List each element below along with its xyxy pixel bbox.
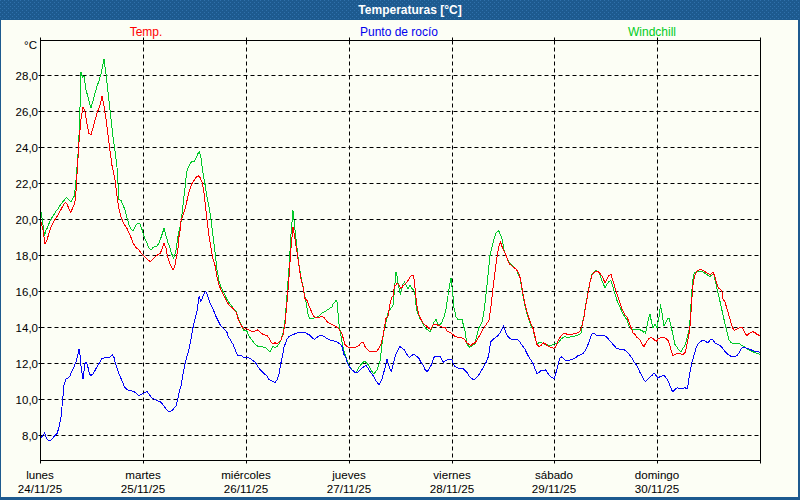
svg-text:26/11/25: 26/11/25 xyxy=(224,482,268,495)
svg-text:26,0: 26,0 xyxy=(16,106,38,118)
svg-text:14,0: 14,0 xyxy=(16,322,38,334)
svg-text:viernes: viernes xyxy=(433,468,471,481)
svg-text:lunes: lunes xyxy=(26,468,54,481)
svg-text:27/11/25: 27/11/25 xyxy=(327,482,371,495)
svg-text:28,0: 28,0 xyxy=(16,70,38,82)
svg-text:24/11/25: 24/11/25 xyxy=(18,482,62,495)
svg-text:°C: °C xyxy=(24,39,37,51)
svg-text:jueves: jueves xyxy=(331,468,366,481)
svg-text:28/11/25: 28/11/25 xyxy=(430,482,474,495)
svg-text:10,0: 10,0 xyxy=(16,394,38,406)
svg-text:sábado: sábado xyxy=(535,468,573,481)
svg-text:29/11/25: 29/11/25 xyxy=(532,482,576,495)
svg-text:Punto de rocío: Punto de rocío xyxy=(360,25,438,39)
svg-text:12,0: 12,0 xyxy=(16,358,38,370)
svg-text:24,0: 24,0 xyxy=(16,142,38,154)
svg-text:Temperaturas [°C]: Temperaturas [°C] xyxy=(358,3,461,17)
svg-text:18,0: 18,0 xyxy=(16,250,38,262)
svg-text:20,0: 20,0 xyxy=(16,214,38,226)
svg-text:8,0: 8,0 xyxy=(22,430,38,442)
svg-text:domingo: domingo xyxy=(635,468,679,481)
svg-text:25/11/25: 25/11/25 xyxy=(121,482,165,495)
svg-text:16,0: 16,0 xyxy=(16,286,38,298)
svg-text:miércoles: miércoles xyxy=(221,468,271,481)
svg-text:22,0: 22,0 xyxy=(16,178,38,190)
svg-text:Temp.: Temp. xyxy=(130,25,163,39)
svg-text:martes: martes xyxy=(125,468,161,481)
svg-text:Windchill: Windchill xyxy=(628,25,676,39)
svg-text:30/11/25: 30/11/25 xyxy=(635,482,679,495)
